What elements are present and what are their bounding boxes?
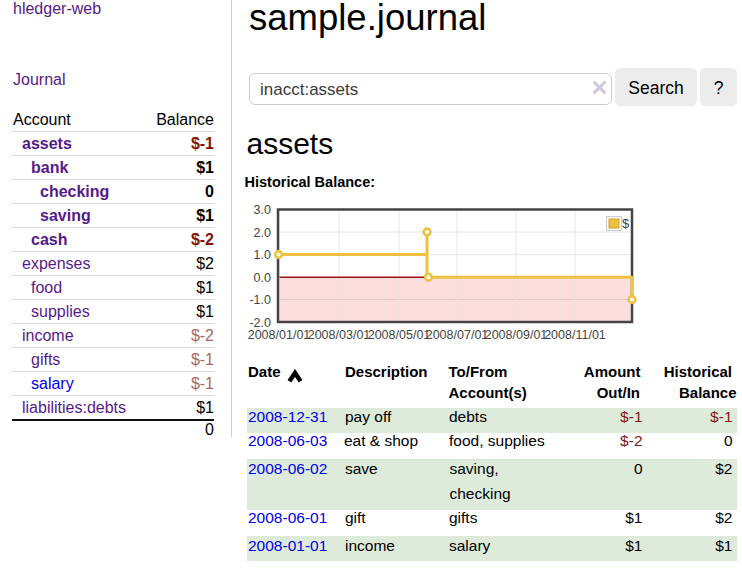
svg-text:2008/05/01: 2008/05/01 bbox=[368, 328, 431, 342]
svg-text:2.0: 2.0 bbox=[254, 226, 271, 240]
svg-text:2008/01/01: 2008/01/01 bbox=[248, 328, 311, 342]
svg-text:2008/07/01: 2008/07/01 bbox=[426, 328, 489, 342]
svg-text:0.0: 0.0 bbox=[254, 271, 271, 285]
svg-text:2008/03/01: 2008/03/01 bbox=[308, 328, 371, 342]
svg-text:$: $ bbox=[622, 216, 630, 231]
svg-text:3.0: 3.0 bbox=[254, 203, 271, 217]
svg-text:-1.0: -1.0 bbox=[249, 293, 271, 307]
svg-text:2008/11/01: 2008/11/01 bbox=[544, 328, 606, 342]
svg-text:1.0: 1.0 bbox=[254, 248, 271, 262]
svg-text:2008/09/01: 2008/09/01 bbox=[485, 328, 548, 342]
